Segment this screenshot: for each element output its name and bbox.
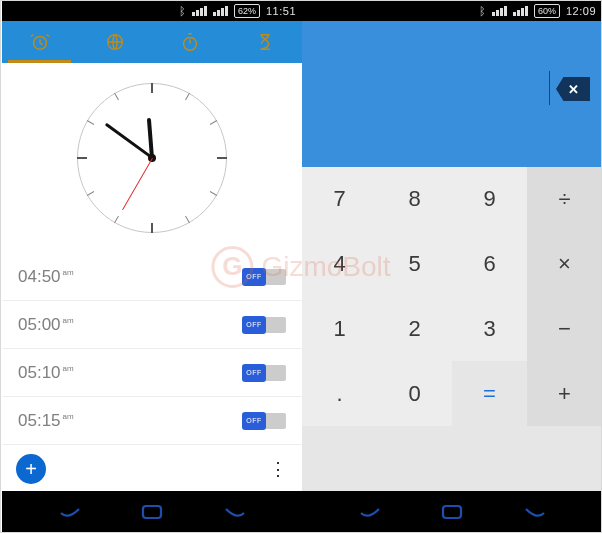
status-bar: ᛒ 62% 11:51: [2, 1, 302, 21]
status-time: 12:09: [566, 5, 596, 17]
key-2[interactable]: 2: [377, 297, 452, 362]
nav-home-button[interactable]: [437, 502, 467, 522]
alarm-ampm: am: [63, 364, 74, 373]
key-.[interactable]: .: [302, 361, 377, 426]
clock-tick: [210, 120, 217, 125]
alarm-toggle[interactable]: OFF: [242, 317, 286, 333]
alarm-row[interactable]: 05:10amOFF: [2, 349, 302, 397]
clock-tick: [87, 120, 94, 125]
key-1[interactable]: 1: [302, 297, 377, 362]
hourglass-icon: [254, 31, 276, 53]
clock-sec-hand: [122, 158, 153, 210]
signal-icon: [513, 6, 528, 16]
clock-tick: [77, 157, 87, 159]
key-operator[interactable]: −: [527, 297, 602, 362]
clock-min-hand: [104, 123, 153, 160]
nav-back-button[interactable]: [357, 503, 383, 521]
calculator-keypad: 789÷456×123−.0=+: [302, 167, 602, 491]
toggle-knob: OFF: [242, 316, 266, 334]
alarm-toggle[interactable]: OFF: [242, 413, 286, 429]
alarm-time: 04:50am: [18, 267, 74, 287]
key-0[interactable]: 0: [377, 361, 452, 426]
alarm-time: 05:10am: [18, 363, 74, 383]
key-5[interactable]: 5: [377, 232, 452, 297]
globe-icon: [104, 31, 126, 53]
navigation-bar: [2, 491, 302, 532]
stopwatch-icon: [179, 31, 201, 53]
clock-tick: [87, 191, 94, 196]
toggle-knob: OFF: [242, 268, 266, 286]
alarm-toggle[interactable]: OFF: [242, 365, 286, 381]
bluetooth-icon: ᛒ: [179, 5, 186, 17]
clock-tabs: [2, 21, 302, 63]
battery-indicator: 62%: [234, 4, 260, 18]
alarm-ampm: am: [63, 316, 74, 325]
alarm-row[interactable]: 04:50amOFF: [2, 253, 302, 301]
alarm-time: 05:15am: [18, 411, 74, 431]
clock-tick: [151, 83, 153, 93]
clock-tick: [185, 216, 190, 223]
signal-icon: [213, 6, 228, 16]
analog-clock: [2, 63, 302, 253]
nav-home-button[interactable]: [137, 502, 167, 522]
clock-tick: [185, 93, 190, 100]
tab-world-clock[interactable]: [77, 21, 152, 63]
clock-actions: + ⋮: [2, 447, 302, 491]
nav-recent-button[interactable]: [222, 503, 248, 521]
nav-recent-button[interactable]: [522, 503, 548, 521]
svg-rect-4: [443, 506, 461, 518]
key-7[interactable]: 7: [302, 167, 377, 232]
display-cursor: [549, 71, 550, 105]
alarm-list: 04:50amOFF05:00amOFF05:10amOFF05:15amOFF: [2, 253, 302, 447]
key-4[interactable]: 4: [302, 232, 377, 297]
alarm-row[interactable]: 05:00amOFF: [2, 301, 302, 349]
tab-timer[interactable]: [227, 21, 302, 63]
key-operator[interactable]: ÷: [527, 167, 602, 232]
key-operator[interactable]: +: [527, 361, 602, 426]
nav-back-button[interactable]: [57, 503, 83, 521]
alarm-time: 05:00am: [18, 315, 74, 335]
status-time: 11:51: [266, 5, 296, 17]
clock-tick: [114, 216, 119, 223]
alarm-icon: [29, 31, 51, 53]
clock-tick: [217, 157, 227, 159]
bluetooth-icon: ᛒ: [479, 5, 486, 17]
key-equals[interactable]: =: [452, 361, 527, 426]
status-bar: ᛒ 60% 12:09: [302, 1, 602, 21]
alarm-ampm: am: [63, 268, 74, 277]
key-operator[interactable]: ×: [527, 232, 602, 297]
clock-app-screenshot: ᛒ 62% 11:51 04:50amOFF05:00: [2, 1, 302, 532]
overflow-menu-button[interactable]: ⋮: [269, 467, 288, 471]
alarm-ampm: am: [63, 412, 74, 421]
alarm-row[interactable]: 05:15amOFF: [2, 397, 302, 445]
clock-tick: [210, 191, 217, 196]
key-9[interactable]: 9: [452, 167, 527, 232]
calculator-display[interactable]: ✕: [302, 21, 602, 167]
tab-alarm[interactable]: [2, 21, 77, 63]
calculator-app-screenshot: ᛒ 60% 12:09 ✕ 789÷456×123−.0=+: [302, 1, 602, 532]
toggle-knob: OFF: [242, 412, 266, 430]
clock-tick: [151, 223, 153, 233]
key-8[interactable]: 8: [377, 167, 452, 232]
delete-button[interactable]: ✕: [556, 77, 590, 101]
key-3[interactable]: 3: [452, 297, 527, 362]
battery-indicator: 60%: [534, 4, 560, 18]
alarm-toggle[interactable]: OFF: [242, 269, 286, 285]
signal-icon: [192, 6, 207, 16]
tab-stopwatch[interactable]: [152, 21, 227, 63]
toggle-knob: OFF: [242, 364, 266, 382]
signal-icon: [492, 6, 507, 16]
add-alarm-button[interactable]: +: [16, 454, 46, 484]
key-6[interactable]: 6: [452, 232, 527, 297]
navigation-bar: [302, 491, 602, 532]
svg-rect-3: [143, 506, 161, 518]
clock-tick: [114, 93, 119, 100]
